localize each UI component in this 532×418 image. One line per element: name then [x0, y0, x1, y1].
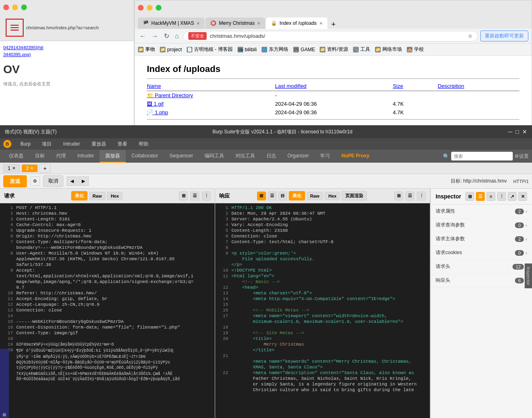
inspector-grid-btn[interactable]: ⊞ — [465, 192, 474, 201]
resp-icon-2[interactable]: ☰ — [406, 192, 414, 200]
burp-close-btn[interactable]: ✕ — [522, 128, 527, 135]
bookmark-shiwu[interactable]: 📁 事物 — [138, 46, 155, 53]
menu-repeater[interactable]: 重放器 — [89, 139, 109, 149]
tab-comparer[interactable]: 对比工具 — [230, 150, 261, 163]
rep-tab-2-close[interactable]: ✕ — [30, 166, 33, 170]
burp-max-btn[interactable]: □ — [516, 128, 519, 135]
inspector-side-tab[interactable]: Inspector — [525, 263, 532, 288]
new-tab-btn[interactable]: + — [328, 20, 339, 29]
back-btn[interactable]: ← — [138, 31, 148, 41]
inspector-close-btn[interactable]: ✕ — [518, 192, 527, 201]
win-close-btn[interactable] — [3, 4, 9, 10]
browser-min-btn[interactable] — [147, 5, 153, 11]
insp-row-req-cookies[interactable]: 请求cookies 0 › — [431, 246, 532, 260]
insp-row-resp-headers[interactable]: 响应头 6 › — [431, 274, 532, 287]
bookmark-tools[interactable]: 🔧 工具 — [353, 46, 370, 53]
req-tab-beautify[interactable]: 美化 — [71, 191, 87, 200]
insp-row-req-body[interactable]: 请求主体参数 2 › — [431, 232, 532, 246]
browser-max-btn[interactable] — [156, 5, 161, 11]
request-content[interactable]: 1POST / HTTP/1.1 2Host: christmas.hmv 3C… — [0, 203, 215, 418]
insp-row-req-query[interactable]: 请求查询参数 0 › — [431, 218, 532, 232]
next-arr-btn[interactable]: ▶ — [78, 176, 89, 186]
menu-help[interactable]: 帮助 — [136, 139, 151, 149]
req-tab-raw[interactable]: Raw — [89, 192, 106, 200]
rep-tab-1[interactable]: 1 ✕ — [3, 164, 20, 172]
col-desc-header[interactable]: Description — [438, 81, 519, 91]
response-content[interactable]: 1HTTP/1.1 200 OK 2Date: Mon, 29 Apr 2024… — [215, 203, 430, 418]
settings-icon-btn[interactable]: ⚙ — [30, 176, 40, 186]
home-btn[interactable]: ⌂ — [173, 31, 181, 41]
inspector-list-btn[interactable]: ☰ — [476, 192, 485, 201]
tab-xmas-close[interactable]: ✕ — [257, 21, 260, 26]
hamburger-button[interactable] — [6, 19, 24, 37]
bookmark-game[interactable]: 🎮 GAME — [293, 47, 315, 52]
insp-row-req-headers[interactable]: 请求头 12 › — [431, 260, 532, 274]
rep-tab-2[interactable]: 2 ✕ — [22, 164, 38, 172]
rep-tab-1-close[interactable]: ✕ — [12, 166, 15, 170]
bookmark-school[interactable]: 🏫 学校 — [407, 46, 424, 53]
inspector-align-btn[interactable]: ≡ — [486, 192, 495, 201]
resp-icon-1[interactable]: ⊞ — [394, 192, 403, 200]
prev-arr-btn[interactable]: ◀ — [67, 176, 77, 186]
menu-project[interactable]: 项目 — [39, 139, 54, 149]
win-min-btn[interactable] — [12, 4, 18, 10]
col-name-header[interactable]: Name — [147, 81, 275, 91]
resp-tab-render[interactable]: 页面渲染 — [342, 191, 367, 200]
tab-hackmy-close[interactable]: ✕ — [196, 21, 200, 26]
browser-close-btn[interactable] — [138, 5, 144, 11]
inspector-menu-btn[interactable]: ⋮ — [497, 192, 506, 201]
parent-dir-link[interactable]: 📁 Parent Directory — [147, 92, 193, 98]
menu-intruder[interactable]: Intruder — [61, 139, 82, 148]
settings-btn[interactable]: ⚙设置 — [515, 153, 529, 160]
tab-collaborator[interactable]: Collaborator — [126, 150, 164, 162]
tab-repeater[interactable]: 面放器 — [100, 150, 126, 163]
send-button[interactable]: 发送 — [3, 175, 27, 187]
resp-grid-view[interactable]: ⊞ — [257, 192, 266, 200]
star-icon[interactable]: ☆ — [468, 33, 473, 39]
resp-split-view[interactable]: ⊟ — [278, 192, 287, 200]
reload-update-btn[interactable]: 重新啟動即可更新 — [480, 30, 528, 41]
req-tab-hex[interactable]: Hex — [107, 192, 122, 200]
resp-tab-hex[interactable]: Hex — [325, 192, 340, 200]
col-mtime-header[interactable]: Last modified — [275, 81, 393, 91]
tab-proxy[interactable]: 代理 — [50, 150, 72, 163]
burp-search-input[interactable] — [451, 152, 513, 161]
bookmark-market[interactable]: 📁 网络市场 — [375, 46, 402, 53]
tab-target[interactable]: 目标 — [29, 150, 50, 163]
resp-tab-raw[interactable]: Raw — [307, 192, 323, 200]
col-size-header[interactable]: Size — [393, 81, 438, 91]
cancel-button[interactable]: 取消 — [43, 175, 63, 187]
tab-sequencer[interactable]: Sequencer — [164, 150, 199, 162]
bookmark-resources[interactable]: 📁 资料/资源 — [320, 46, 348, 53]
address-bar[interactable]: 不安全 christmas.hmv/uploads/ ☆ — [183, 31, 478, 41]
bookmark-project[interactable]: 📁 project — [160, 47, 182, 52]
menu-burp[interactable]: Burp — [18, 139, 33, 148]
req-icon-2[interactable]: ☰ — [190, 192, 199, 200]
win-max-btn[interactable] — [21, 4, 27, 10]
php-link[interactable]: 📄 1.php — [147, 109, 168, 115]
insp-row-req-attrs[interactable]: 请求属性 2 › — [431, 205, 532, 218]
resp-tab-beautify[interactable]: 美化 — [289, 191, 305, 200]
req-icon-3[interactable]: ⋮ — [202, 192, 211, 200]
forward-btn[interactable]: → — [150, 31, 160, 41]
req-icon-1[interactable]: ⊞ — [179, 192, 188, 200]
tab-index-close[interactable]: ✕ — [319, 21, 323, 26]
reload-btn[interactable]: ↻ — [162, 30, 171, 41]
gif-link[interactable]: 🖼 1.gif — [147, 101, 164, 107]
tab-dashboard[interactable]: 仪表盘 — [3, 150, 29, 163]
tab-hackmy[interactable]: 🏴 HackMyVM | XMAS ✕ — [138, 17, 205, 29]
tab-intruder[interactable]: Intruder — [72, 150, 100, 162]
inspector-expand-btn[interactable]: ↗ — [508, 192, 517, 201]
tab-xmas[interactable]: ⭕ Merry Christmas ✕ — [205, 17, 265, 29]
new-repeater-tab-btn[interactable]: + — [39, 164, 50, 173]
tab-learn[interactable]: 学习 — [314, 150, 336, 163]
bookmark-bilibili[interactable]: 📺 bilibili — [238, 47, 257, 52]
resp-icon-3[interactable]: ⋮ — [417, 192, 426, 200]
menu-view[interactable]: 查看 — [115, 139, 130, 149]
tab-nope[interactable]: NoPE Proxy — [336, 150, 375, 162]
tab-index[interactable]: 🔒 Index of /uploads ✕ — [266, 17, 327, 29]
tab-logger[interactable]: 日志 — [261, 150, 282, 163]
tab-organizer[interactable]: Organizer — [282, 150, 315, 162]
bookmark-gmd[interactable]: 📄 古明地核 - 博客园 — [187, 46, 233, 53]
tab-encoder[interactable]: 编码工具 — [199, 150, 230, 163]
